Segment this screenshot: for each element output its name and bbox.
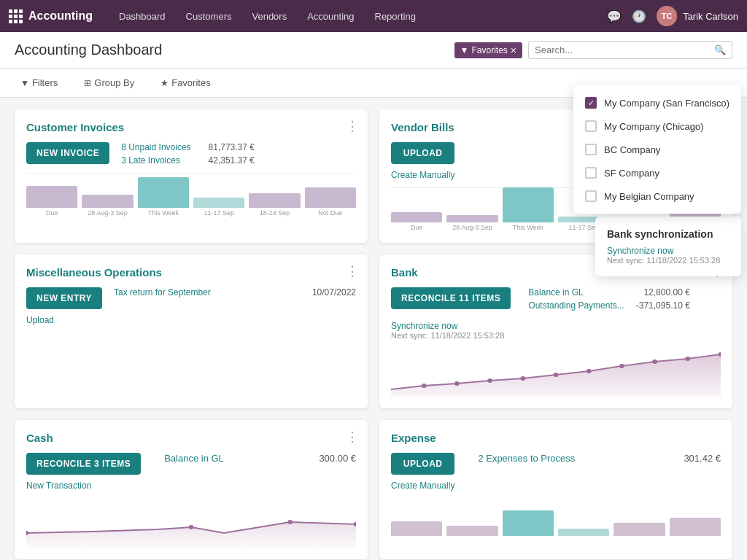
bar-label: Due — [46, 209, 58, 217]
create-manually-link[interactable]: Create Manually — [391, 170, 454, 180]
user-name: Tarik Carlson — [683, 11, 738, 22]
nav-accounting[interactable]: Accounting — [298, 7, 363, 26]
app-brand[interactable]: Accounting — [9, 9, 93, 23]
bar-label: 28 Aug-3 Sep — [452, 224, 492, 231]
cash-balance-label[interactable]: Balance in GL — [164, 453, 224, 464]
dropdown-item-1[interactable]: My Company (Chicago) — [573, 114, 741, 138]
new-invoice-button[interactable]: NEW INVOICE — [26, 142, 109, 164]
checkbox-2[interactable] — [585, 144, 597, 155]
reconcile-cash-button[interactable]: RECONCILE 3 ITEMS — [26, 453, 141, 475]
checkbox-4[interactable] — [585, 190, 597, 202]
next-sync-text: Next sync: 11/18/2022 15:53:28 — [391, 331, 511, 340]
company-label-2: BC Company — [604, 144, 660, 155]
group-by-button[interactable]: ⊞ Group By — [78, 74, 140, 91]
checkbox-1[interactable] — [585, 120, 597, 132]
clock-icon[interactable]: 🕐 — [632, 9, 646, 23]
bank-body: RECONCILE 11 ITEMS Synchronize now Next … — [391, 287, 721, 340]
checkbox-0[interactable]: ✓ — [585, 97, 597, 109]
bar — [503, 187, 554, 222]
cash-menu[interactable]: ⋮ — [346, 429, 359, 445]
bar-group: This Week — [138, 177, 189, 217]
page-header: Accounting Dashboard ▼ Favorites × 🔍 — [0, 32, 747, 69]
expenses-to-process-link[interactable]: 2 Expenses to Process — [478, 453, 575, 464]
bar — [305, 187, 356, 208]
bar-label: 11-17 Sep — [568, 224, 599, 231]
new-entry-button[interactable]: NEW ENTRY — [26, 287, 102, 309]
nav-customers[interactable]: Customers — [177, 7, 241, 26]
upload-expense-button[interactable]: UPLOAD — [391, 453, 454, 475]
bank-sync-next-text: Next sync: 11/18/2022 15:53:28 — [607, 256, 729, 265]
dropdown-item-2[interactable]: BC Company — [573, 138, 741, 161]
bar — [249, 193, 300, 208]
bar-group: Due — [391, 212, 442, 231]
customer-invoices-stats: 8 Unpaid Invoices 81,773.37 € 3 Late Inv… — [121, 142, 255, 166]
cash-title: Cash — [26, 432, 53, 444]
group-by-label: Group By — [94, 77, 134, 88]
late-invoices-link[interactable]: 3 Late Invoices — [121, 155, 180, 166]
favorites-button[interactable]: ★ Favorites — [155, 74, 216, 91]
group-icon: ⊞ — [84, 78, 91, 88]
svg-point-1 — [454, 381, 460, 386]
upload-link[interactable]: Upload — [26, 315, 102, 325]
svg-point-7 — [652, 359, 657, 364]
filters-button[interactable]: ▼ Filters — [15, 74, 63, 91]
nav-reporting[interactable]: Reporting — [366, 7, 425, 26]
upload-bills-button[interactable]: UPLOAD — [391, 142, 454, 164]
sync-info: Synchronize now Next sync: 11/18/2022 15… — [391, 321, 511, 340]
dropdown-item-0[interactable]: ✓ My Company (San Francisco) — [573, 91, 741, 114]
svg-point-5 — [587, 369, 592, 373]
create-expense-manually-link[interactable]: Create Manually — [391, 481, 454, 491]
star-icon: ★ — [160, 78, 169, 88]
bar — [138, 177, 189, 208]
expense-title: Expense — [391, 432, 436, 444]
search-area: ▼ Favorites × 🔍 — [454, 41, 732, 59]
expense-body: UPLOAD Create Manually 2 Expenses to Pro… — [391, 453, 721, 491]
synchronize-now-link[interactable]: Synchronize now — [391, 321, 511, 331]
outstanding-value: -371,095.10 € — [636, 300, 690, 311]
favorites-filter-tag[interactable]: ▼ Favorites × — [454, 42, 522, 58]
dropdown-item-3[interactable]: SF Company — [573, 161, 741, 184]
svg-point-0 — [422, 384, 427, 388]
customer-invoices-menu[interactable]: ⋮ — [346, 118, 359, 134]
remove-filter-button[interactable]: × — [511, 44, 516, 56]
search-input[interactable] — [535, 44, 714, 55]
reconcile-bank-button[interactable]: RECONCILE 11 ITEMS — [391, 287, 511, 309]
cash-balance-area: Balance in GL 300.00 € — [164, 453, 356, 464]
bank-sync-title: Bank synchronization — [607, 228, 729, 240]
nav-dashboard[interactable]: Dashboard — [110, 7, 174, 26]
app-grid-icon — [9, 9, 23, 23]
misc-operations-menu[interactable]: ⋮ — [346, 263, 359, 279]
expense-chart — [391, 499, 721, 536]
card-header: Miscellaneous Operations ⋮ — [26, 266, 356, 279]
bar-label: Due — [411, 224, 423, 231]
bar — [193, 198, 244, 208]
chat-icon[interactable]: 💬 — [607, 9, 622, 23]
dropdown-item-4[interactable]: My Belgian Company — [573, 184, 741, 208]
tax-return-label[interactable]: Tax return for September — [114, 287, 211, 298]
cash-card: Cash ⋮ RECONCILE 3 ITEMS New Transaction… — [15, 420, 368, 559]
balance-in-gl-link[interactable]: Balance in GL — [528, 287, 583, 298]
svg-point-6 — [619, 364, 624, 368]
user-menu[interactable]: TC Tarik Carlson — [657, 6, 738, 26]
expenses-value: 301.42 € — [684, 453, 721, 464]
expense-actions: UPLOAD Create Manually — [391, 453, 454, 491]
company-label-3: SF Company — [604, 168, 659, 179]
cash-balance-value: 300.00 € — [319, 453, 356, 464]
bar-label: This Week — [148, 209, 179, 217]
misc-operations-actions: NEW ENTRY Upload — [26, 287, 102, 325]
expense-stats-area: 2 Expenses to Process 301.42 € — [478, 453, 721, 464]
bar-group: Due — [26, 186, 77, 217]
search-icon[interactable]: 🔍 — [714, 44, 726, 55]
bank-sync-now-link[interactable]: Synchronize now — [607, 246, 729, 256]
filter-icon: ▼ — [460, 45, 469, 55]
new-transaction-link[interactable]: New Transaction — [26, 481, 141, 491]
nav-vendors[interactable]: Vendors — [243, 7, 295, 26]
customer-invoices-chart: Due28 Aug-3 SepThis Week11-17 Sep18-24 S… — [26, 173, 356, 217]
unpaid-invoices-link[interactable]: 8 Unpaid Invoices — [121, 142, 190, 152]
checkbox-3[interactable] — [585, 167, 597, 179]
outstanding-payments-link[interactable]: Outstanding Payments... — [528, 300, 624, 311]
bank-stats: Balance in GL 12,800.00 € Outstanding Pa… — [528, 287, 689, 311]
svg-point-12 — [287, 520, 293, 524]
bar-group: Not Due — [305, 187, 356, 217]
card-header: Cash ⋮ — [26, 432, 356, 444]
